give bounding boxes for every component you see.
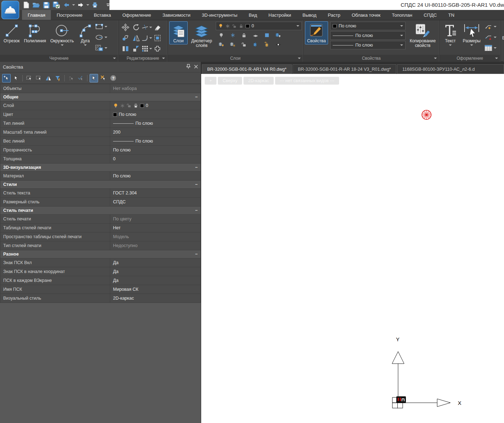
panel-expand-icon[interactable] xyxy=(298,58,301,59)
fillet-dropdown-icon[interactable] xyxy=(149,37,152,39)
print-button[interactable] xyxy=(91,1,99,9)
collapse-icon[interactable]: − xyxy=(195,165,198,170)
section-styles[interactable]: Стили− xyxy=(0,181,200,188)
text-button[interactable]: Текст xyxy=(441,21,460,47)
tab-spds[interactable]: СПДС xyxy=(418,10,443,20)
arc-button[interactable]: Дуга xyxy=(76,21,95,47)
layers-dialog-button[interactable]: Слои xyxy=(169,21,188,44)
panel-expand-icon[interactable] xyxy=(495,58,498,59)
add-to-selection-button[interactable] xyxy=(2,74,11,82)
window-select-button[interactable] xyxy=(25,74,33,82)
section-misc[interactable]: Разное− xyxy=(0,250,200,258)
invert-selection-button[interactable] xyxy=(44,74,53,82)
selection-filter-button[interactable] xyxy=(54,74,62,82)
isolate-layer-button[interactable] xyxy=(252,42,258,49)
panel-expand-icon[interactable] xyxy=(113,58,116,59)
rectangle-dropdown-icon[interactable] xyxy=(104,26,107,27)
layer-select-combo[interactable]: 0 xyxy=(216,22,302,30)
layer-manager-button[interactable]: Диспетчер слоёв xyxy=(189,21,214,49)
undo-dropdown-icon[interactable] xyxy=(72,4,75,6)
array-dropdown-icon[interactable] xyxy=(149,48,152,49)
tab-oformlenie[interactable]: Оформление xyxy=(117,10,157,20)
crossing-select-button[interactable] xyxy=(34,74,43,82)
polyline-button[interactable]: Полилиния xyxy=(22,21,48,44)
offset-button[interactable] xyxy=(154,34,161,42)
panel-expand-icon[interactable] xyxy=(162,58,165,59)
tab-3d-instrumenty[interactable]: 3D-инструменты xyxy=(196,10,243,20)
unlock-layer-button[interactable] xyxy=(241,42,247,49)
layer-walk-button[interactable] xyxy=(275,32,281,39)
tab-rastr[interactable]: Растр xyxy=(322,10,346,20)
layer-combo-dropdown-icon[interactable] xyxy=(296,25,299,27)
collapse-icon[interactable]: − xyxy=(195,252,198,257)
hatch-dropdown-icon[interactable] xyxy=(104,47,107,49)
fillet-button[interactable] xyxy=(141,34,152,42)
objects-value[interactable]: Нет набора xyxy=(110,84,200,93)
move-selection-button[interactable] xyxy=(67,74,75,82)
document-tab-1[interactable]: BR-32000-SGB-001-R-AR1 V4 R0.dwg* xyxy=(202,64,292,74)
leader-add-dropdown-icon[interactable] xyxy=(494,26,497,27)
tab-nastroyki[interactable]: Настройки xyxy=(263,10,297,20)
arc-dropdown-icon[interactable] xyxy=(84,44,87,46)
rectangle-button[interactable] xyxy=(95,22,108,31)
trim-button[interactable] xyxy=(141,24,152,31)
save-button[interactable] xyxy=(42,1,50,9)
tab-vstavka[interactable]: Вставка xyxy=(88,10,117,20)
table-button[interactable] xyxy=(484,43,497,53)
array-button[interactable] xyxy=(141,45,152,52)
panel-expand-icon[interactable] xyxy=(434,58,437,59)
trim-dropdown-icon[interactable] xyxy=(149,27,152,28)
viewport-linked-views-button[interactable]: --- нет связанных видов --- xyxy=(275,77,339,85)
panel-label-annotate[interactable]: Оформление xyxy=(440,55,500,62)
tab-vid[interactable]: Вид xyxy=(243,10,263,20)
tab-postroenie[interactable]: Построение xyxy=(51,10,88,20)
tab-oblaka-tochek[interactable]: Облака точек xyxy=(346,10,386,20)
new-file-button[interactable] xyxy=(22,1,31,9)
layer-lock-button[interactable] xyxy=(241,33,247,39)
hatch-button[interactable] xyxy=(95,43,108,53)
circle-dropdown-icon[interactable] xyxy=(61,44,64,46)
layer-off-button[interactable] xyxy=(219,33,224,39)
turn-on-all-layers-button[interactable] xyxy=(218,42,224,49)
ellipse-button[interactable] xyxy=(95,33,108,42)
save-as-button[interactable] xyxy=(52,1,60,9)
properties-palette-button[interactable]: Свойства xyxy=(305,21,328,44)
dimensions-dropdown-icon[interactable] xyxy=(470,44,473,46)
match-layer-button[interactable] xyxy=(264,33,269,39)
panel-label-layers[interactable]: Слои xyxy=(168,55,303,62)
confirm-selection-button[interactable] xyxy=(76,74,85,82)
explode-button[interactable] xyxy=(154,45,161,53)
circle-button[interactable]: Окружность xyxy=(48,21,76,47)
select-button[interactable] xyxy=(12,74,20,82)
redo-button[interactable] xyxy=(76,1,85,9)
line-button[interactable]: Отрезок xyxy=(1,21,22,44)
viewport-view-button[interactable]: Сверху xyxy=(218,77,242,85)
close-icon[interactable] xyxy=(194,64,198,70)
dimensions-button[interactable]: Размеры xyxy=(460,21,483,47)
leader-add-button[interactable] xyxy=(484,22,497,31)
viewport-visual-style-button[interactable]: 2D-каркас xyxy=(243,77,274,85)
app-logo[interactable] xyxy=(1,1,19,19)
move-button[interactable] xyxy=(122,23,129,31)
tab-vyvod[interactable]: Вывод xyxy=(297,10,322,20)
tab-topoplan[interactable]: Топоплан xyxy=(386,10,418,20)
layer-previous-button[interactable] xyxy=(264,42,270,49)
rotate-button[interactable] xyxy=(132,23,140,31)
help-button[interactable]: ? xyxy=(109,74,117,82)
stretch-button[interactable] xyxy=(122,45,129,53)
mirror-button[interactable] xyxy=(132,34,140,42)
panel-label-drawing[interactable]: Черчение xyxy=(0,55,118,62)
leader-annotation-dropdown-icon[interactable] xyxy=(494,37,497,38)
table-dropdown-icon[interactable] xyxy=(494,47,497,49)
lineweight-combo-dropdown-icon[interactable] xyxy=(400,35,403,36)
redo-dropdown-icon[interactable] xyxy=(86,4,89,6)
scale-button[interactable] xyxy=(132,45,140,53)
panel-label-properties[interactable]: Свойства xyxy=(304,55,439,62)
document-tab-2[interactable]: BR-32000-SGB-001-R-AR 18-24 V3_R01.dwg* xyxy=(293,64,396,74)
leader-annotation-button[interactable] xyxy=(484,33,497,42)
panel-label-editing[interactable]: Редактирование xyxy=(119,55,167,62)
collapse-icon[interactable]: − xyxy=(195,182,198,187)
drawing-canvas[interactable]: Y X xyxy=(201,74,504,423)
section-general[interactable]: Общие− xyxy=(0,93,200,101)
lineweight-combo[interactable]: По слою xyxy=(330,31,406,40)
